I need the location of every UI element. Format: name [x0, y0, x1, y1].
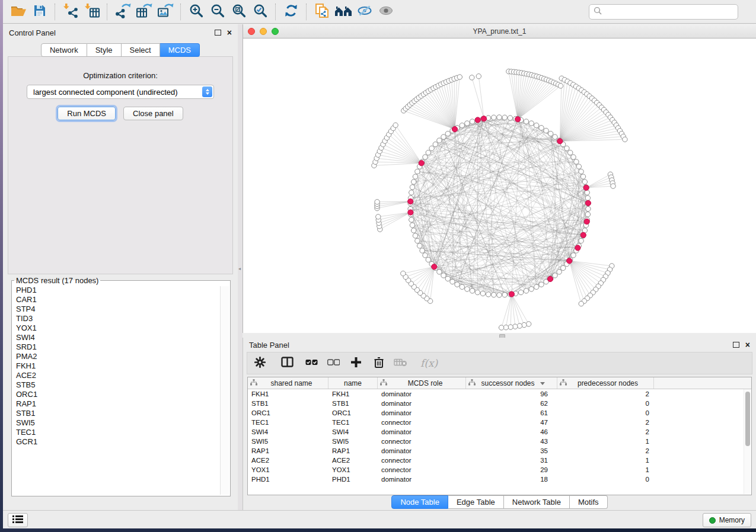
hide-selected-button[interactable] [354, 2, 375, 22]
graph-node[interactable] [415, 238, 420, 243]
memory-button[interactable]: Memory [703, 513, 751, 527]
graph-hub-node[interactable] [575, 245, 580, 251]
mcds-node-item[interactable]: SWI5 [16, 418, 230, 428]
graph-node[interactable] [529, 121, 534, 126]
graph-hub-node[interactable] [452, 127, 457, 132]
graph-node[interactable] [475, 290, 480, 294]
tab-node-table[interactable]: Node Table [391, 495, 448, 509]
graph-node[interactable] [465, 121, 470, 126]
mcds-node-item[interactable]: TID3 [16, 314, 230, 323]
close-panel-button[interactable]: Close panel [123, 107, 183, 120]
graph-node[interactable] [413, 174, 417, 179]
graph-node[interactable] [518, 290, 523, 294]
graph-node[interactable] [524, 119, 528, 124]
graph-node[interactable] [433, 142, 438, 146]
table-row[interactable]: SWI5SWI5connector431 [248, 437, 751, 446]
graph-node[interactable] [557, 270, 562, 274]
graph-edge[interactable] [518, 77, 539, 119]
graph-node[interactable] [423, 253, 428, 258]
graph-node[interactable] [426, 150, 430, 155]
graph-hub-node[interactable] [567, 258, 572, 264]
mcds-node-item[interactable]: TEC1 [16, 428, 230, 437]
mcds-node-item[interactable]: SRD1 [16, 342, 230, 352]
graph-node[interactable] [492, 115, 496, 120]
network-graph[interactable] [243, 38, 756, 333]
graph-node[interactable] [580, 174, 585, 179]
open-file-button[interactable] [8, 2, 29, 22]
graph-node[interactable] [564, 146, 569, 150]
graph-node[interactable] [441, 134, 446, 139]
graph-node[interactable] [413, 233, 417, 238]
graph-edge[interactable] [379, 213, 410, 223]
column-header-shared-name[interactable]: shared name [248, 377, 328, 389]
graph-node[interactable] [524, 289, 528, 293]
graph-edge[interactable] [560, 113, 606, 142]
clone-network-button[interactable] [311, 2, 333, 22]
graph-edge[interactable] [389, 134, 422, 163]
mcds-node-item[interactable]: STB5 [16, 380, 230, 390]
delete-table-button[interactable] [394, 358, 407, 369]
graph-node[interactable] [470, 75, 474, 80]
tab-style[interactable]: Style [87, 43, 122, 57]
zoom-fit-button[interactable] [228, 2, 250, 22]
zoom-selected-button[interactable] [250, 2, 271, 22]
panel-menu-button[interactable] [8, 513, 28, 527]
show-columns-button[interactable] [281, 357, 294, 370]
graph-edge[interactable] [569, 261, 590, 295]
graph-node[interactable] [497, 115, 502, 120]
tab-select[interactable]: Select [122, 43, 160, 57]
graph-hub-node[interactable] [580, 232, 586, 238]
graph-edge[interactable] [395, 125, 422, 163]
graph-node[interactable] [529, 287, 534, 291]
graph-hub-node[interactable] [432, 264, 437, 270]
graph-hub-node[interactable] [585, 200, 591, 206]
graph-edge[interactable] [518, 85, 558, 119]
search-input[interactable] [605, 7, 733, 17]
graph-edge[interactable] [448, 278, 550, 279]
table-row[interactable]: RAP1RAP1dominator352 [248, 446, 751, 456]
graph-edge[interactable] [410, 105, 455, 129]
graph-node[interactable] [508, 116, 512, 120]
zoom-out-button[interactable] [207, 2, 228, 22]
scrollbar-thumb[interactable] [745, 392, 750, 446]
graph-node[interactable] [503, 325, 508, 330]
collapse-handle-icon[interactable]: ◂ [238, 266, 241, 271]
graph-node[interactable] [410, 185, 414, 190]
graph-node[interactable] [574, 159, 579, 164]
graph-edge[interactable] [569, 261, 603, 280]
graph-node[interactable] [585, 190, 589, 195]
graph-hub-node[interactable] [547, 276, 553, 281]
column-header-successor-nodes[interactable]: successor nodes [466, 377, 557, 389]
graph-node[interactable] [470, 119, 474, 124]
export-table-button[interactable] [133, 2, 155, 22]
graph-node[interactable] [415, 169, 420, 174]
graph-node[interactable] [375, 200, 379, 204]
graph-node[interactable] [480, 291, 485, 296]
graph-node[interactable] [409, 217, 414, 222]
graph-edge[interactable] [502, 294, 512, 328]
graph-node[interactable] [410, 223, 414, 227]
graph-node[interactable] [476, 74, 481, 79]
graph-edge[interactable] [512, 294, 520, 326]
graph-node[interactable] [502, 115, 507, 120]
graph-node[interactable] [426, 257, 430, 262]
mcds-node-item[interactable]: FKH1 [16, 361, 230, 371]
graph-node[interactable] [544, 128, 548, 133]
graph-node[interactable] [460, 123, 464, 128]
table-scrollbar[interactable] [744, 389, 751, 494]
table-row[interactable]: ACE2ACE2connector311 [248, 456, 751, 465]
table-row[interactable]: TEC1TEC1connector472 [248, 418, 751, 427]
mcds-node-item[interactable]: ACE2 [16, 371, 230, 380]
show-all-button[interactable] [375, 2, 397, 22]
graph-node[interactable] [412, 228, 416, 233]
graph-edge[interactable] [380, 213, 411, 230]
graph-edge[interactable] [569, 261, 593, 292]
graph-node[interactable] [441, 273, 446, 278]
graph-node[interactable] [417, 243, 422, 248]
mcds-node-item[interactable]: GCR1 [16, 437, 230, 447]
criterion-dropdown[interactable]: largest connected component (undirected) [27, 85, 214, 99]
mcds-node-item[interactable]: YOX1 [16, 323, 230, 333]
float-panel-icon[interactable] [215, 30, 221, 36]
column-header-mcds-role[interactable]: MCDS role [378, 377, 466, 389]
graph-node[interactable] [586, 206, 591, 211]
